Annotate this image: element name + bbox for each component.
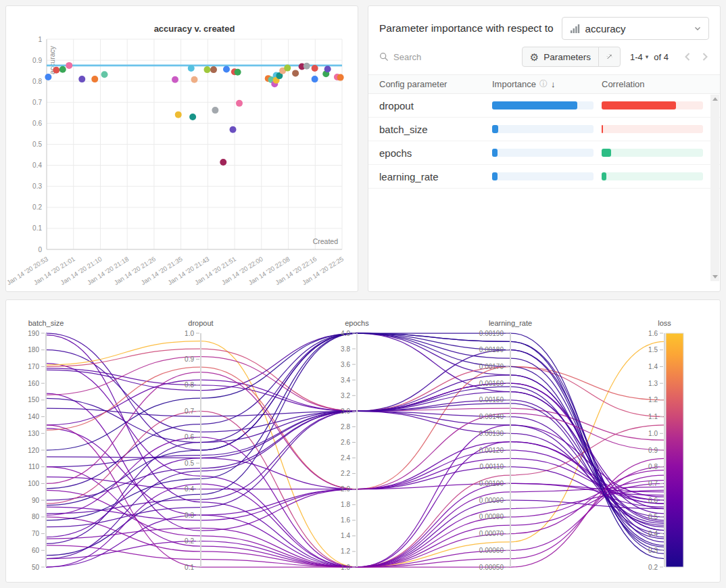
importance-bar xyxy=(492,101,594,109)
svg-text:0.5: 0.5 xyxy=(648,513,658,520)
scatter-point[interactable] xyxy=(292,70,299,76)
svg-text:50: 50 xyxy=(32,564,40,571)
scatter-point[interactable] xyxy=(304,63,310,70)
scatter-point[interactable] xyxy=(210,66,217,73)
svg-text:1.2: 1.2 xyxy=(341,547,350,555)
svg-text:0.00190: 0.00190 xyxy=(479,330,504,337)
accuracy-vs-created-chart[interactable]: accuracy v. created10.90.80.70.60.50.40.… xyxy=(6,6,358,291)
scatter-point[interactable] xyxy=(66,62,72,69)
magic-wand-icon xyxy=(606,51,612,62)
column-header-correlation[interactable]: Correlation xyxy=(602,79,702,89)
scatter-point[interactable] xyxy=(188,65,195,72)
pagination-caret-icon[interactable]: ▾ xyxy=(646,53,649,60)
run-line[interactable] xyxy=(46,357,664,441)
search-input[interactable] xyxy=(393,52,475,62)
scatter-point[interactable] xyxy=(191,76,198,83)
next-page-icon[interactable] xyxy=(701,52,709,62)
importance-bar-fill xyxy=(492,172,498,180)
correlation-bar-fill xyxy=(602,101,676,109)
scatter-point[interactable] xyxy=(91,76,98,82)
run-line[interactable] xyxy=(46,470,664,567)
run-line[interactable] xyxy=(46,341,664,568)
run-line[interactable] xyxy=(46,425,664,567)
svg-text:3.0: 3.0 xyxy=(341,408,350,415)
svg-text:0.00110: 0.00110 xyxy=(480,463,504,470)
svg-text:loss: loss xyxy=(658,319,671,327)
scatter-point[interactable] xyxy=(230,126,237,133)
table-row[interactable]: dropout xyxy=(368,94,720,118)
scatter-point[interactable] xyxy=(204,66,211,73)
parameters-button-label: Parameters xyxy=(543,52,591,62)
scatter-point[interactable] xyxy=(172,76,178,83)
importance-bar xyxy=(492,172,594,180)
scatter-point[interactable] xyxy=(312,65,318,72)
svg-text:0.2: 0.2 xyxy=(648,564,658,571)
svg-text:0.00050: 0.00050 xyxy=(479,564,504,571)
svg-text:0: 0 xyxy=(38,246,42,253)
config-parameter-name: learning_rate xyxy=(379,171,492,182)
svg-text:0.2: 0.2 xyxy=(32,203,42,211)
column-header-config-parameter[interactable]: Config parameter xyxy=(379,79,492,89)
table-scrollbar[interactable] xyxy=(710,95,719,281)
svg-text:0.5: 0.5 xyxy=(185,460,194,467)
svg-text:140: 140 xyxy=(28,413,39,420)
scatter-point[interactable] xyxy=(220,159,226,166)
svg-text:0.00070: 0.00070 xyxy=(479,530,504,537)
metric-select[interactable]: accuracy xyxy=(562,17,709,40)
svg-text:2.4: 2.4 xyxy=(341,454,350,462)
run-line[interactable] xyxy=(46,490,664,567)
svg-text:110: 110 xyxy=(28,463,39,470)
scatter-point[interactable] xyxy=(59,66,66,73)
magic-wand-button[interactable] xyxy=(598,47,621,67)
run-line[interactable] xyxy=(46,458,664,537)
correlation-bar xyxy=(602,101,703,109)
scroll-down-icon[interactable] xyxy=(712,275,718,278)
scatter-point[interactable] xyxy=(101,71,108,78)
pagination-range[interactable]: 1-4 xyxy=(630,52,643,62)
scroll-up-icon[interactable] xyxy=(712,97,718,101)
scatter-point[interactable] xyxy=(312,76,318,82)
svg-text:1.6: 1.6 xyxy=(648,330,658,337)
scatter-point[interactable] xyxy=(324,66,331,72)
scatter-point[interactable] xyxy=(284,65,291,72)
chevron-down-icon xyxy=(694,24,702,32)
sort-descending-icon[interactable]: ↓ xyxy=(551,79,556,89)
run-line[interactable] xyxy=(46,333,664,559)
scatter-point[interactable] xyxy=(236,100,243,107)
table-row[interactable]: epochs xyxy=(368,141,720,165)
parallel-coordinates-chart[interactable]: batch_size190180170160150140130120110100… xyxy=(6,300,720,582)
scatter-panel: accuracy v. created10.90.80.70.60.50.40.… xyxy=(5,5,358,292)
scatter-point[interactable] xyxy=(45,74,51,80)
run-line[interactable] xyxy=(46,366,664,489)
column-header-importance[interactable]: Importance ⓘ ↓ xyxy=(492,78,602,90)
svg-text:0.00140: 0.00140 xyxy=(479,413,504,420)
run-line[interactable] xyxy=(46,335,664,568)
info-icon[interactable]: ⓘ xyxy=(539,78,548,90)
scatter-point[interactable] xyxy=(53,67,59,74)
importance-header: Parameter importance with respect to acc… xyxy=(379,16,709,41)
svg-text:0.9: 0.9 xyxy=(648,447,658,454)
run-line[interactable] xyxy=(46,437,664,567)
search-box[interactable] xyxy=(379,52,522,62)
table-row[interactable]: batch_size xyxy=(368,118,720,141)
scatter-point[interactable] xyxy=(235,69,241,76)
scatter-point[interactable] xyxy=(223,66,230,72)
scatter-point[interactable] xyxy=(337,74,344,81)
table-row[interactable]: learning_rate xyxy=(368,165,720,189)
scatter-point[interactable] xyxy=(175,112,182,118)
svg-text:0.3: 0.3 xyxy=(185,512,194,519)
svg-text:1: 1 xyxy=(38,36,42,43)
parameters-button[interactable]: ⚙ Parameters xyxy=(522,47,599,67)
scatter-point[interactable] xyxy=(189,114,196,120)
scatter-point[interactable] xyxy=(78,76,85,82)
svg-text:190: 190 xyxy=(28,330,39,337)
run-line[interactable] xyxy=(46,400,664,527)
svg-text:2.6: 2.6 xyxy=(341,439,350,446)
scatter-point[interactable] xyxy=(212,107,218,114)
svg-text:60: 60 xyxy=(32,547,40,554)
svg-text:130: 130 xyxy=(28,430,39,437)
parallel-coordinates-panel: batch_size190180170160150140130120110100… xyxy=(5,299,721,583)
previous-page-icon[interactable] xyxy=(683,52,692,62)
svg-text:0.00180: 0.00180 xyxy=(479,346,504,353)
run-line[interactable] xyxy=(46,425,664,567)
